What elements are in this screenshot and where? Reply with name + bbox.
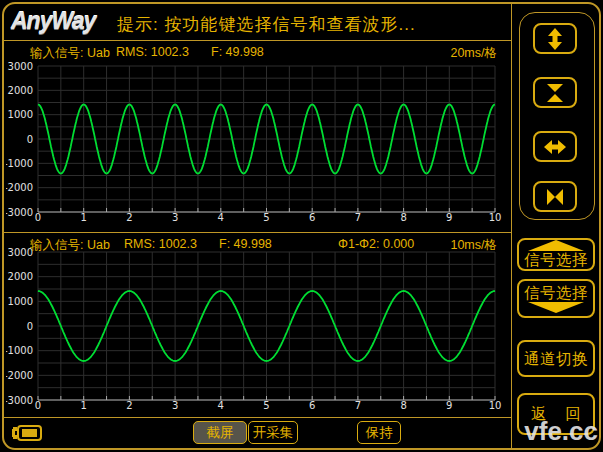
header-divider	[4, 40, 511, 41]
anyway-logo: AnyWay	[11, 8, 95, 35]
expand-vertical-button[interactable]	[533, 23, 577, 54]
svg-text:0: 0	[27, 134, 33, 145]
hold-button[interactable]: 保持	[357, 421, 401, 444]
vfe-watermark: vfe.cc	[524, 416, 598, 447]
svg-text:4: 4	[218, 400, 224, 411]
svg-text:-1000: -1000	[6, 345, 33, 356]
expand-vertical-icon	[543, 27, 567, 51]
svg-text:2000: 2000	[8, 85, 33, 96]
svg-text:0: 0	[35, 212, 41, 223]
svg-text:8: 8	[400, 212, 406, 223]
panel2-rms-value: RMS: 1002.3	[124, 237, 197, 251]
svg-text:0: 0	[35, 400, 41, 411]
compress-horizontal-button[interactable]	[533, 181, 577, 212]
panel2-timebase: 10ms/格	[437, 237, 497, 254]
waveform-chart-2: 3000200010000-1000-2000-3000012345678910	[6, 234, 511, 416]
svg-text:2: 2	[126, 400, 132, 411]
svg-text:8: 8	[400, 400, 406, 411]
status-tip-text: 提示: 按功能键选择信号和查看波形...	[117, 13, 416, 36]
svg-text:2000: 2000	[8, 271, 33, 282]
expand-horizontal-icon	[543, 135, 567, 159]
oscilloscope-screen: AnyWay 提示: 按功能键选择信号和查看波形... 输入信号: Uab RM…	[0, 0, 603, 452]
panel2-signal-label: 输入信号: Uab	[30, 237, 110, 254]
svg-text:7: 7	[355, 400, 361, 411]
triangle-down-icon	[528, 302, 584, 313]
signal-select-down-label: 信号选择	[524, 284, 588, 301]
svg-text:0: 0	[27, 321, 33, 332]
svg-text:5: 5	[263, 212, 269, 223]
channel-switch-button[interactable]: 通道切换	[517, 340, 595, 377]
signal-select-up-button[interactable]: 信号选择	[517, 238, 595, 271]
svg-text:-3000: -3000	[6, 395, 33, 406]
panel2-phase-value: Φ1-Φ2: 0.000	[338, 237, 414, 251]
screenshot-button[interactable]: 截屏	[193, 421, 247, 444]
compress-vertical-button[interactable]	[533, 77, 577, 108]
hold-label: 保持	[366, 424, 393, 442]
svg-text:7: 7	[355, 212, 361, 223]
triangle-up-icon	[528, 240, 584, 251]
svg-text:-2000: -2000	[6, 182, 33, 193]
panel1-freq-value: F: 49.998	[211, 45, 264, 59]
expand-horizontal-button[interactable]	[533, 131, 577, 162]
svg-text:3000: 3000	[8, 61, 33, 72]
svg-text:-1000: -1000	[6, 158, 33, 169]
compress-horizontal-icon	[543, 185, 567, 209]
signal-select-down-button[interactable]: 信号选择	[517, 279, 595, 318]
svg-text:10: 10	[489, 212, 502, 223]
svg-text:6: 6	[309, 212, 315, 223]
panel1-signal-label: 输入信号: Uab	[30, 45, 110, 62]
svg-text:1: 1	[81, 400, 87, 411]
svg-text:1000: 1000	[8, 296, 33, 307]
compress-vertical-icon	[543, 81, 567, 105]
battery-icon	[11, 424, 43, 442]
waveform-chart-1: 3000200010000-1000-2000-3000012345678910	[6, 42, 511, 230]
svg-text:1: 1	[81, 212, 87, 223]
svg-text:10: 10	[489, 400, 502, 411]
signal-select-up-label: 信号选择	[524, 251, 588, 268]
svg-text:4: 4	[218, 212, 224, 223]
screenshot-label: 截屏	[207, 424, 234, 442]
start-acquisition-button[interactable]: 开采集	[248, 421, 298, 444]
panel2-freq-value: F: 49.998	[219, 237, 272, 251]
sidebar-divider	[511, 4, 512, 448]
panel1-rms-value: RMS: 1002.3	[116, 45, 189, 59]
panel-divider	[4, 232, 511, 233]
start-acquisition-label: 开采集	[253, 424, 294, 442]
svg-text:2: 2	[126, 212, 132, 223]
svg-text:3: 3	[172, 212, 178, 223]
svg-text:3: 3	[172, 400, 178, 411]
svg-text:6: 6	[309, 400, 315, 411]
svg-text:1000: 1000	[8, 109, 33, 120]
bottom-divider	[4, 417, 511, 418]
svg-text:-3000: -3000	[6, 207, 33, 218]
svg-text:9: 9	[446, 212, 452, 223]
svg-text:9: 9	[446, 400, 452, 411]
channel-switch-label: 通道切换	[524, 350, 588, 367]
svg-text:5: 5	[263, 400, 269, 411]
panel1-timebase: 20ms/格	[437, 45, 497, 62]
svg-text:-2000: -2000	[6, 370, 33, 381]
